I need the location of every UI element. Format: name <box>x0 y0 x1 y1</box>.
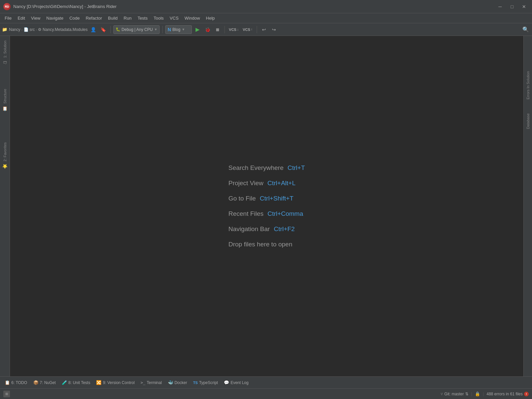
errors-separator: | <box>483 392 484 396</box>
event-log-label: Event Log <box>230 380 248 385</box>
left-sidebar: 🗂 1: Solution 📋 Structure ⭐ 2: Favorites <box>0 36 10 376</box>
editor-area: Search Everywhere Ctrl+T Project View Ct… <box>10 36 523 376</box>
hint-recent-files: Recent Files Ctrl+Comma <box>228 210 305 217</box>
expand-icon-box[interactable]: ⊞ <box>3 391 10 397</box>
bottom-tab-nuget[interactable]: 📦 7: NuGet <box>31 379 59 386</box>
hint-search-everywhere-label: Search Everywhere <box>228 164 284 172</box>
search-button[interactable]: 🔍 <box>521 25 530 34</box>
bottom-tab-typescript[interactable]: TS TypeScript <box>191 379 221 386</box>
sidebar-label-favorites: 2: Favorites <box>3 142 7 161</box>
hint-drop-files: Drop files here to open <box>228 241 305 248</box>
toolbar-separator-3 <box>224 26 225 33</box>
todo-icon: 📋 <box>5 380 10 385</box>
unit-tests-label: 8: Unit Tests <box>68 380 90 385</box>
undo-button[interactable]: ↩ <box>260 25 268 34</box>
hint-drop-text: Drop files here to open <box>228 241 292 248</box>
menu-tools[interactable]: Tools <box>151 15 166 22</box>
solution-icon: 🗂 <box>2 61 7 65</box>
run-config-logo: N <box>168 27 171 32</box>
git-arrows: ⇅ <box>465 392 468 396</box>
bottom-tab-todo[interactable]: 📋 6: TODO <box>2 379 30 386</box>
menu-build[interactable]: Build <box>105 15 120 22</box>
sidebar-item-solution[interactable]: 🗂 1: Solution <box>1 39 9 67</box>
errors-status[interactable]: 488 errors in 61 files ! <box>486 392 529 396</box>
bottom-tab-unit-tests[interactable]: 🧪 8: Unit Tests <box>59 379 93 386</box>
toolbar: 📁 Nancy › 📄 src › ⚙ Nancy.Metadata.Modul… <box>0 23 532 36</box>
debug-config-chevron: ▼ <box>154 28 157 31</box>
nuget-label: 7: NuGet <box>40 380 56 385</box>
typescript-label: TypeScript <box>199 380 218 385</box>
vcs-push-button[interactable]: VCS ↑ <box>241 27 254 32</box>
version-control-icon: 🔀 <box>96 380 101 385</box>
bottom-tab-docker[interactable]: 🐳 Docker <box>165 379 190 386</box>
status-bar: ⊞ ⑂ Git: master ⇅ | 🔒 | 488 errors in 61… <box>0 388 532 399</box>
breadcrumb-src[interactable]: src <box>30 27 35 32</box>
play-icon: ▶ <box>196 26 200 33</box>
terminal-icon: >_ <box>141 380 145 385</box>
unit-tests-icon: 🧪 <box>62 380 67 385</box>
sidebar-item-errors-label[interactable]: Errors In Solution <box>525 69 531 101</box>
menu-view[interactable]: View <box>28 15 43 22</box>
favorites-icon: ⭐ <box>2 164 7 169</box>
sidebar-item-favorites[interactable]: ⭐ 2: Favorites <box>1 140 9 171</box>
menu-edit[interactable]: Edit <box>15 15 28 22</box>
maximize-button[interactable]: □ <box>507 3 517 10</box>
debug-config-label: Debug | Any CPU <box>122 27 153 32</box>
sidebar-item-database-label[interactable]: Database <box>525 111 531 131</box>
menu-navigate[interactable]: Navigate <box>44 15 66 22</box>
bottom-tab-version-control[interactable]: 🔀 9: Version Control <box>93 379 137 386</box>
run-config-dropdown[interactable]: N Blog ▼ <box>165 25 192 34</box>
nuget-icon: 📦 <box>33 380 39 385</box>
minimize-button[interactable]: ─ <box>495 3 505 10</box>
run-config-label: Blog <box>172 27 180 32</box>
menu-vcs[interactable]: VCS <box>167 15 181 22</box>
breadcrumb-module[interactable]: Nancy.Metadata.Modules <box>43 27 87 32</box>
hint-project-view: Project View Ctrl+Alt+L <box>228 180 305 187</box>
git-branch-status[interactable]: ⑂ Git: master ⇅ <box>441 392 468 396</box>
bottom-tab-event-log[interactable]: 💬 Event Log <box>221 379 251 386</box>
stop-button[interactable]: ⏹ <box>213 25 222 34</box>
menu-code[interactable]: Code <box>67 15 82 22</box>
toolbar-separator-2 <box>162 26 163 33</box>
hint-go-to-file-label: Go to File <box>228 195 256 202</box>
menu-window[interactable]: Window <box>182 15 202 22</box>
right-sidebar: Errors In Solution Database <box>523 36 532 376</box>
debug-config-dropdown[interactable]: 🐛 Debug | Any CPU ▼ <box>113 25 160 34</box>
menu-run[interactable]: Run <box>121 15 134 22</box>
sidebar-label-solution: 1: Solution <box>3 41 7 58</box>
redo-button[interactable]: ↪ <box>270 25 278 34</box>
profile-button[interactable]: 👤 <box>89 25 98 34</box>
status-left: ⊞ <box>3 391 10 397</box>
vcs-update-icon: VCS <box>229 28 236 32</box>
menu-help[interactable]: Help <box>203 15 217 22</box>
hint-project-view-label: Project View <box>228 180 263 187</box>
vcs-update-button[interactable]: VCS ↓ <box>227 27 240 32</box>
sidebar-item-errors[interactable] <box>526 59 530 62</box>
logo-text: RD <box>5 5 9 8</box>
close-button[interactable]: ✕ <box>519 3 529 10</box>
menu-file[interactable]: File <box>2 15 14 22</box>
breadcrumb: 📁 Nancy › 📄 src › ⚙ Nancy.Metadata.Modul… <box>2 27 88 32</box>
bookmark-button[interactable]: 🔖 <box>99 25 108 34</box>
hint-navigation-bar: Navigation Bar Ctrl+F2 <box>228 225 305 233</box>
menu-refactor[interactable]: Refactor <box>83 15 105 22</box>
toolbar-separator-4 <box>257 26 257 33</box>
main-layout: 🗂 1: Solution 📋 Structure ⭐ 2: Favorites… <box>0 36 532 376</box>
debug-run-button[interactable]: 🐞 <box>203 25 212 34</box>
sidebar-label-structure: Structure <box>3 89 7 104</box>
breadcrumb-nancy[interactable]: Nancy <box>9 27 20 32</box>
structure-icon: 📋 <box>2 106 7 112</box>
hint-search-everywhere: Search Everywhere Ctrl+T <box>228 164 305 172</box>
bottom-tab-terminal[interactable]: >_ Terminal <box>138 379 165 386</box>
menu-tests[interactable]: Tests <box>135 15 150 22</box>
status-separator: | <box>471 392 472 396</box>
lock-icon: 🔒 <box>475 391 480 396</box>
hint-recent-files-label: Recent Files <box>228 210 264 217</box>
stop-icon: ⏹ <box>215 27 220 32</box>
sidebar-item-structure[interactable]: 📋 Structure <box>1 87 9 114</box>
error-indicator: ! <box>524 392 529 396</box>
debug-run-icon: 🐞 <box>205 27 210 32</box>
play-button[interactable]: ▶ <box>193 25 202 34</box>
menu-bar: File Edit View Navigate Code Refactor Bu… <box>0 13 532 23</box>
expand-icon: ⊞ <box>5 392 8 396</box>
